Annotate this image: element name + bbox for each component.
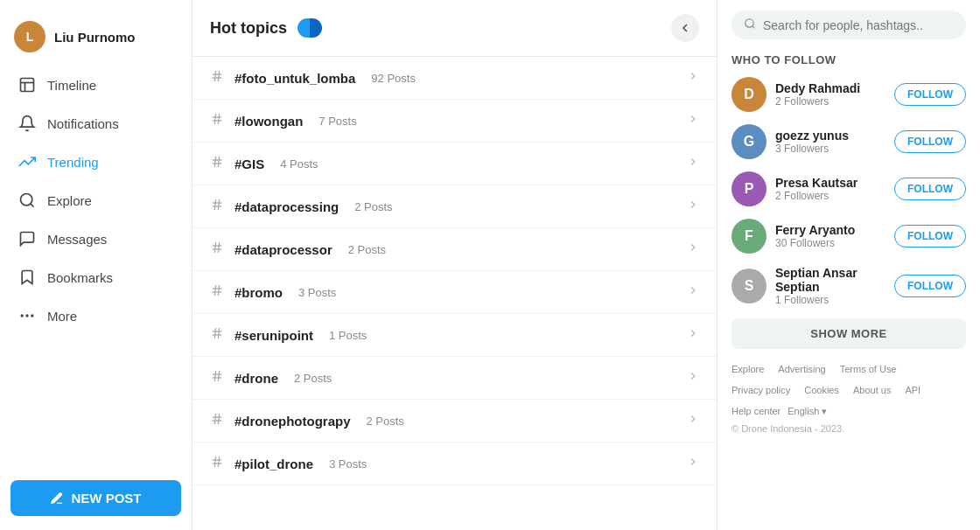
svg-line-18 bbox=[214, 157, 215, 167]
username: Liu Purnomo bbox=[54, 30, 136, 45]
sidebar-item-messages[interactable]: Messages bbox=[10, 220, 181, 257]
follow-button[interactable]: FOLLOW bbox=[894, 83, 966, 106]
follow-info: Ferry Aryanto 30 Followers bbox=[775, 223, 886, 249]
right-sidebar: WHO TO FOLLOW D Dedy Rahmadi 2 Followers… bbox=[718, 0, 980, 530]
sidebar-item-explore[interactable]: Explore bbox=[10, 182, 181, 219]
follow-item: D Dedy Rahmadi 2 Followers FOLLOW bbox=[732, 77, 966, 112]
svg-line-38 bbox=[214, 371, 215, 381]
follow-item: G goezz yunus 3 Followers FOLLOW bbox=[732, 124, 966, 159]
topic-item[interactable]: #drone 2 Posts bbox=[192, 357, 717, 400]
avatar: L bbox=[14, 21, 46, 52]
svg-line-27 bbox=[218, 242, 219, 253]
sidebar-item-label: Bookmarks bbox=[47, 270, 113, 285]
timeline-icon bbox=[18, 75, 37, 94]
svg-line-23 bbox=[218, 199, 219, 210]
topic-item[interactable]: #lowongan 7 Posts bbox=[192, 100, 717, 143]
messages-icon bbox=[18, 229, 37, 248]
hash-icon bbox=[210, 283, 224, 301]
topic-posts: 3 Posts bbox=[298, 286, 336, 299]
follow-item: S Septian Ansar Septian 1 Followers FOLL… bbox=[732, 266, 966, 306]
hash-icon bbox=[210, 112, 224, 129]
topic-item[interactable]: #serunipoint 1 Posts bbox=[192, 314, 717, 357]
show-more-button[interactable]: SHOW MORE bbox=[732, 318, 966, 349]
footer-link[interactable]: Explore bbox=[732, 361, 764, 379]
language-selector[interactable]: English ▾ bbox=[788, 403, 827, 421]
chevron-right-icon bbox=[687, 413, 699, 429]
follow-button[interactable]: FOLLOW bbox=[894, 178, 966, 200]
follow-name: Presa Kautsar bbox=[775, 176, 886, 190]
topic-name: #lowongan bbox=[234, 114, 303, 129]
topic-posts: 2 Posts bbox=[367, 415, 404, 428]
avatar: D bbox=[732, 77, 766, 112]
topic-left: #bromo 3 Posts bbox=[210, 283, 336, 301]
notifications-icon bbox=[18, 114, 37, 133]
topic-name: #foto_untuk_lomba bbox=[234, 71, 355, 86]
svg-line-39 bbox=[218, 371, 219, 381]
footer-link[interactable]: Cookies bbox=[804, 382, 839, 400]
search-input[interactable] bbox=[763, 18, 954, 32]
follow-info: Dedy Rahmadi 2 Followers bbox=[775, 81, 886, 108]
chevron-right-icon bbox=[687, 113, 699, 129]
follow-button[interactable]: FOLLOW bbox=[894, 130, 966, 153]
sidebar-item-notifications[interactable]: Notifications bbox=[10, 105, 181, 142]
topic-posts: 92 Posts bbox=[371, 72, 416, 85]
hash-icon bbox=[210, 369, 224, 387]
logo-right bbox=[310, 18, 322, 38]
sidebar-item-trending[interactable]: Trending bbox=[10, 143, 181, 180]
search-box[interactable] bbox=[732, 10, 966, 39]
topic-item[interactable]: #dronephotograpy 2 Posts bbox=[192, 400, 717, 443]
topic-name: #dataprocessor bbox=[234, 242, 332, 257]
svg-line-26 bbox=[214, 242, 215, 253]
main-header: Hot topics bbox=[192, 0, 717, 57]
sidebar-item-timeline[interactable]: Timeline bbox=[10, 66, 181, 103]
follow-item: F Ferry Aryanto 30 Followers FOLLOW bbox=[732, 219, 966, 254]
topic-item[interactable]: #pilot_drone 3 Posts bbox=[192, 443, 717, 485]
svg-line-22 bbox=[214, 199, 215, 210]
footer-link[interactable]: Advertising bbox=[778, 361, 825, 379]
topic-name: #dronephotograpy bbox=[234, 414, 351, 429]
follow-item: P Presa Kautsar 2 Followers FOLLOW bbox=[732, 171, 966, 206]
follow-button[interactable]: FOLLOW bbox=[894, 225, 966, 248]
svg-point-5 bbox=[21, 315, 23, 317]
hash-icon bbox=[210, 326, 224, 344]
user-profile[interactable]: L Liu Purnomo bbox=[10, 14, 181, 66]
follow-info: goezz yunus 3 Followers bbox=[775, 129, 886, 155]
sidebar-item-bookmarks[interactable]: Bookmarks bbox=[10, 259, 181, 296]
sidebar-item-label: More bbox=[47, 309, 77, 324]
svg-line-15 bbox=[218, 114, 219, 124]
sidebar-item-more[interactable]: More bbox=[10, 297, 181, 334]
more-icon bbox=[18, 306, 37, 325]
topic-item[interactable]: #dataprocessing 2 Posts bbox=[192, 185, 717, 228]
follow-count: 3 Followers bbox=[775, 143, 886, 155]
new-post-button[interactable]: NEW POST bbox=[10, 480, 181, 516]
hash-icon bbox=[210, 412, 224, 429]
hash-icon bbox=[210, 69, 224, 87]
topic-left: #dataprocessing 2 Posts bbox=[210, 198, 393, 215]
topic-left: #pilot_drone 3 Posts bbox=[210, 455, 367, 472]
topic-item[interactable]: #bromo 3 Posts bbox=[192, 271, 717, 314]
sidebar: L Liu Purnomo Timeline Notifications Tre… bbox=[0, 0, 192, 530]
topic-posts: 2 Posts bbox=[354, 200, 392, 213]
footer-link[interactable]: Help center bbox=[732, 403, 780, 421]
sidebar-item-label: Notifications bbox=[47, 116, 119, 131]
follow-count: 1 Followers bbox=[775, 294, 886, 306]
topic-item[interactable]: #dataprocessor 2 Posts bbox=[192, 228, 717, 271]
topic-item[interactable]: #GIS 4 Posts bbox=[192, 143, 717, 185]
chevron-right-icon bbox=[687, 284, 699, 300]
footer-link[interactable]: Terms of Use bbox=[840, 361, 897, 379]
svg-line-42 bbox=[214, 414, 215, 424]
topic-left: #dataprocessor 2 Posts bbox=[210, 241, 386, 258]
footer-link[interactable]: API bbox=[905, 382, 920, 400]
follow-name: Septian Ansar Septian bbox=[775, 266, 886, 294]
hash-icon bbox=[210, 241, 224, 258]
topic-left: #GIS 4 Posts bbox=[210, 155, 318, 172]
follow-button[interactable]: FOLLOW bbox=[894, 275, 966, 297]
back-button[interactable] bbox=[671, 14, 699, 42]
topic-item[interactable]: #foto_untuk_lomba 92 Posts bbox=[192, 57, 717, 100]
chevron-right-icon bbox=[687, 456, 699, 471]
sidebar-item-label: Trending bbox=[47, 155, 99, 170]
sidebar-item-label: Messages bbox=[47, 232, 107, 247]
footer-link[interactable]: Privacy policy bbox=[732, 382, 790, 400]
footer-link[interactable]: About us bbox=[853, 382, 891, 400]
topic-list: #foto_untuk_lomba 92 Posts #lowongan 7 P… bbox=[192, 57, 717, 530]
